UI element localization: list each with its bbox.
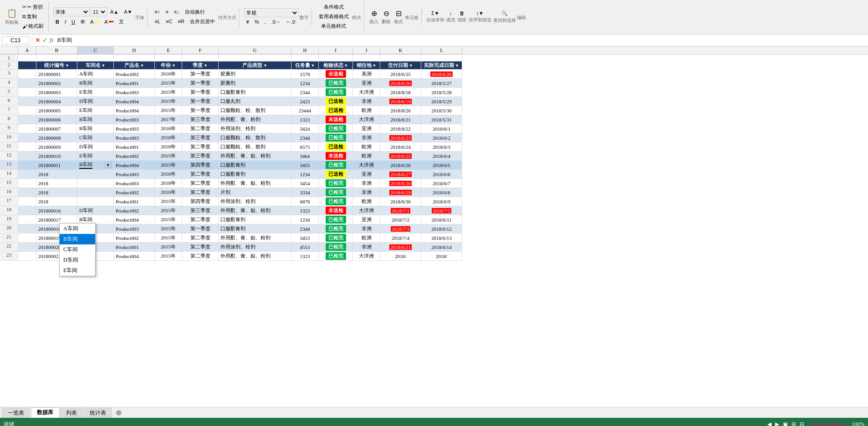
tab-yilan[interactable]: 一览表 — [2, 408, 30, 418]
cell-l4[interactable]: 2018/5/27 — [421, 79, 462, 88]
cell-b15[interactable]: 2018 — [36, 179, 77, 188]
cell-g11[interactable]: 口服颗粒、粉、散剂 — [219, 142, 291, 152]
thousands-button[interactable]: , — [262, 18, 268, 25]
cell-j3[interactable]: 美洲 — [353, 70, 380, 79]
sum-button[interactable]: Σ▼ — [429, 10, 442, 17]
cell-k3[interactable]: 2018/6/25 — [380, 70, 421, 79]
cancel-formula-icon[interactable]: ✕ — [35, 36, 41, 44]
cell-i7[interactable]: 已送检 — [319, 106, 353, 115]
cell-d2-header[interactable]: 产品名 ▼ — [114, 61, 155, 70]
col-header-h[interactable]: H — [291, 46, 319, 54]
cell-a21[interactable] — [18, 233, 36, 243]
cell-c15[interactable] — [77, 179, 114, 188]
align-center-button[interactable]: ≡C — [163, 17, 174, 26]
cell-g9[interactable]: 外用涂剂、栓剂 — [219, 124, 291, 133]
cell-d7[interactable]: Product004 — [114, 106, 155, 115]
cell-b10[interactable]: 201800008 — [36, 133, 77, 142]
cell-f1[interactable] — [182, 55, 219, 61]
cell-j18[interactable]: 大洋洲 — [353, 206, 380, 215]
cell-f4[interactable]: 第一季度 — [182, 79, 219, 88]
cell-l14[interactable]: 2018/6/6 — [421, 170, 462, 179]
cell-h5[interactable]: 2344 — [291, 88, 319, 97]
col-h-filter-arrow[interactable]: ▼ — [311, 63, 315, 68]
cell-a2[interactable] — [18, 61, 36, 70]
cell-g3[interactable]: 胶囊剂 — [219, 70, 291, 79]
cell-j4[interactable]: 亚洲 — [353, 79, 380, 88]
cell-h10[interactable]: 2344 — [291, 133, 319, 142]
align-bottom-button[interactable]: ≡↓ — [172, 8, 182, 16]
cell-k9[interactable]: 2018/8/22 — [380, 124, 421, 133]
col-header-e[interactable]: E — [155, 46, 182, 54]
col-d-filter-arrow[interactable]: ▼ — [140, 63, 144, 68]
cell-f5[interactable]: 第一季度 — [182, 88, 219, 97]
cell-i8[interactable]: 未送检 — [319, 115, 353, 124]
cell-k6[interactable]: 2018/6/19 — [380, 97, 421, 106]
cell-d6[interactable]: Product004 — [114, 97, 155, 106]
zoom-slider[interactable] — [810, 422, 846, 426]
confirm-formula-icon[interactable]: ✓ — [42, 36, 48, 44]
cell-e6[interactable]: 2015年 — [155, 97, 182, 106]
cell-b4[interactable]: 201800002 — [36, 79, 77, 88]
cell-i22[interactable]: 已检完 — [319, 243, 353, 252]
col-header-d[interactable]: D — [114, 46, 155, 54]
cell-a16[interactable] — [18, 188, 36, 197]
cell-g1[interactable] — [219, 55, 291, 61]
cell-b16[interactable]: 2018 — [36, 188, 77, 197]
cell-f22[interactable]: 第二季度 — [182, 243, 219, 252]
cell-f10[interactable]: 第三季度 — [182, 133, 219, 142]
col-k-filter-arrow[interactable]: ▼ — [409, 63, 413, 68]
font-name-select[interactable]: 宋体 — [53, 7, 90, 16]
cell-k8[interactable]: 2018/8/21 — [380, 115, 421, 124]
cell-j7[interactable]: 欧洲 — [353, 106, 380, 115]
cell-a8[interactable] — [18, 115, 36, 124]
cell-a14[interactable] — [18, 170, 36, 179]
cell-d11[interactable]: Product001 — [114, 142, 155, 152]
cell-d19[interactable]: Product004 — [114, 215, 155, 224]
cell-j16[interactable]: 非洲 — [353, 188, 380, 197]
cell-k7[interactable]: 2018/8/20 — [380, 106, 421, 115]
cell-c18[interactable]: D车间 — [77, 206, 114, 215]
cell-d4[interactable]: Product001 — [114, 79, 155, 88]
cell-j6[interactable]: 非洲 — [353, 97, 380, 106]
cell-f18[interactable]: 第三季度 — [182, 206, 219, 215]
border-button[interactable]: ⊞ — [78, 18, 87, 25]
cell-g7[interactable]: 口服颗粒、粉、散剂 — [219, 106, 291, 115]
cell-f23[interactable]: 第二季度 — [182, 252, 219, 261]
cell-style-button[interactable]: 单元格样式 — [319, 22, 348, 30]
cell-reference-input[interactable] — [2, 36, 29, 45]
cell-i21[interactable]: 已检完 — [319, 233, 353, 243]
cell-e8[interactable]: 2017年 — [155, 115, 182, 124]
cell-g15[interactable]: 外用酊、膏、贴、粉剂 — [219, 179, 291, 188]
cell-a9[interactable] — [18, 124, 36, 133]
cell-i19[interactable]: 已检完 — [319, 215, 353, 224]
cell-e2-header[interactable]: 年份 ▼ — [155, 61, 182, 70]
cell-c6[interactable]: D车间 — [77, 97, 114, 106]
col-l-filter-arrow[interactable]: ▼ — [455, 63, 459, 68]
col-header-f[interactable]: F — [182, 46, 219, 54]
cell-e11[interactable]: 2018年 — [155, 142, 182, 152]
cell-f11[interactable]: 第二季度 — [182, 142, 219, 152]
cell-a19[interactable] — [18, 215, 36, 224]
cell-dropdown-list[interactable]: A车间 B车间 C车间 D车间 E车间 — [59, 223, 96, 276]
view-page-icon[interactable]: ⊟ — [800, 421, 804, 426]
cell-h12[interactable]: 3464 — [291, 152, 319, 161]
cell-h18[interactable]: 1323 — [291, 206, 319, 215]
cell-i17[interactable]: 已检完 — [319, 197, 353, 206]
cell-d12[interactable]: Product002 — [114, 152, 155, 161]
col-header-b[interactable]: B — [36, 46, 77, 54]
dropdown-trigger[interactable]: ▼ — [105, 162, 112, 168]
cell-a13[interactable] — [18, 161, 36, 170]
cell-j15[interactable]: 非洲 — [353, 179, 380, 188]
cell-g4[interactable]: 胶囊剂 — [219, 79, 291, 88]
cell-i6[interactable]: 已送检 — [319, 97, 353, 106]
cell-b12[interactable]: 201800010 — [36, 152, 77, 161]
cell-j19[interactable]: 亚洲 — [353, 215, 380, 224]
cell-j11[interactable]: 欧洲 — [353, 142, 380, 152]
dropdown-item-b[interactable]: B车间 — [60, 234, 95, 244]
cell-l21[interactable]: 2018/6/13 — [421, 233, 462, 243]
cell-j2-header[interactable]: 销往地 ▼ — [353, 61, 380, 70]
cell-e3[interactable]: 2016年 — [155, 70, 182, 79]
align-left-button[interactable]: ≡L — [152, 17, 163, 26]
dropdown-item-d[interactable]: D车间 — [60, 255, 95, 265]
cell-j14[interactable]: 亚洲 — [353, 170, 380, 179]
